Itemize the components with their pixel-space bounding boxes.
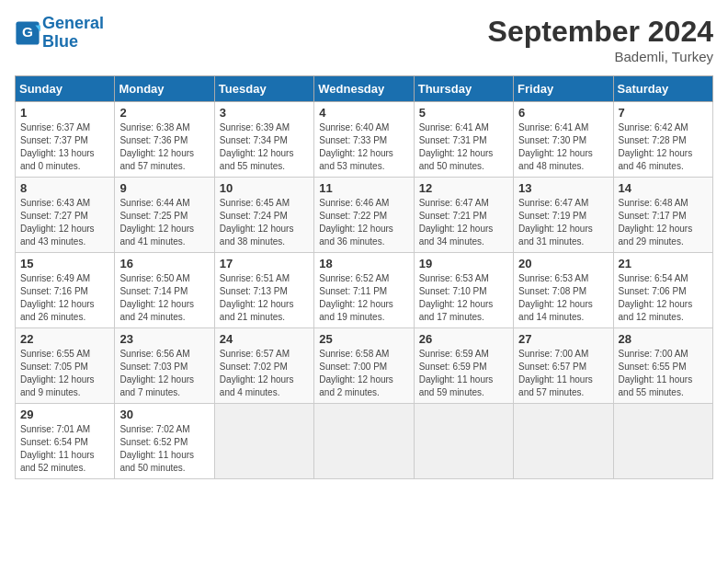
location: Bademli, Turkey (488, 49, 713, 64)
table-row: 12 Sunrise: 6:47 AM Sunset: 7:21 PM Dayl… (414, 178, 513, 253)
table-row: 26 Sunrise: 6:59 AM Sunset: 6:59 PM Dayl… (414, 328, 513, 404)
table-row: 13 Sunrise: 6:47 AM Sunset: 7:19 PM Dayl… (514, 178, 613, 253)
calendar-table: Sunday Monday Tuesday Wednesday Thursday… (15, 75, 713, 479)
table-row: 1 Sunrise: 6:37 AM Sunset: 7:37 PM Dayli… (16, 102, 115, 178)
col-thursday: Thursday (414, 76, 513, 102)
table-row: 5 Sunrise: 6:41 AM Sunset: 7:31 PM Dayli… (414, 102, 513, 178)
title-block: September 2024 Bademli, Turkey (488, 15, 713, 64)
svg-text:G: G (22, 24, 33, 40)
logo-text: General Blue (42, 15, 104, 52)
table-row: 30 Sunrise: 7:02 AM Sunset: 6:52 PM Dayl… (115, 404, 214, 479)
table-row: 8 Sunrise: 6:43 AM Sunset: 7:27 PM Dayli… (16, 178, 115, 253)
month-title: September 2024 (488, 15, 713, 49)
table-row: 23 Sunrise: 6:56 AM Sunset: 7:03 PM Dayl… (115, 328, 214, 404)
table-row: 25 Sunrise: 6:58 AM Sunset: 7:00 PM Dayl… (314, 328, 414, 404)
col-wednesday: Wednesday (314, 76, 414, 102)
table-row: 24 Sunrise: 6:57 AM Sunset: 7:02 PM Dayl… (214, 328, 313, 404)
table-row: 19 Sunrise: 6:53 AM Sunset: 7:10 PM Dayl… (414, 253, 513, 328)
empty-cell (514, 404, 613, 479)
table-row: 10 Sunrise: 6:45 AM Sunset: 7:24 PM Dayl… (214, 178, 313, 253)
table-row: 9 Sunrise: 6:44 AM Sunset: 7:25 PM Dayli… (115, 178, 214, 253)
col-friday: Friday (514, 76, 613, 102)
table-row: 17 Sunrise: 6:51 AM Sunset: 7:13 PM Dayl… (214, 253, 313, 328)
col-sunday: Sunday (16, 76, 115, 102)
col-tuesday: Tuesday (214, 76, 313, 102)
table-row: 6 Sunrise: 6:41 AM Sunset: 7:30 PM Dayli… (514, 102, 613, 178)
table-row: 27 Sunrise: 7:00 AM Sunset: 6:57 PM Dayl… (514, 328, 613, 404)
table-row: 7 Sunrise: 6:42 AM Sunset: 7:28 PM Dayli… (613, 102, 712, 178)
table-row: 14 Sunrise: 6:48 AM Sunset: 7:17 PM Dayl… (613, 178, 712, 253)
table-row: 15 Sunrise: 6:49 AM Sunset: 7:16 PM Dayl… (16, 253, 115, 328)
table-row: 28 Sunrise: 7:00 AM Sunset: 6:55 PM Dayl… (613, 328, 712, 404)
table-row: 2 Sunrise: 6:38 AM Sunset: 7:36 PM Dayli… (115, 102, 214, 178)
calendar-header-row: Sunday Monday Tuesday Wednesday Thursday… (16, 76, 713, 102)
page-header: G General Blue September 2024 Bademli, T… (15, 15, 713, 64)
table-row: 29 Sunrise: 7:01 AM Sunset: 6:54 PM Dayl… (16, 404, 115, 479)
col-monday: Monday (115, 76, 214, 102)
logo: G General Blue (15, 15, 104, 52)
table-row: 20 Sunrise: 6:53 AM Sunset: 7:08 PM Dayl… (514, 253, 613, 328)
logo-line2: Blue (42, 32, 78, 51)
table-row: 16 Sunrise: 6:50 AM Sunset: 7:14 PM Dayl… (115, 253, 214, 328)
table-row: 22 Sunrise: 6:55 AM Sunset: 7:05 PM Dayl… (16, 328, 115, 404)
empty-cell (613, 404, 712, 479)
table-row: 18 Sunrise: 6:52 AM Sunset: 7:11 PM Dayl… (314, 253, 414, 328)
empty-cell (314, 404, 414, 479)
col-saturday: Saturday (613, 76, 712, 102)
logo-icon: G (15, 20, 40, 46)
table-row: 4 Sunrise: 6:40 AM Sunset: 7:33 PM Dayli… (314, 102, 414, 178)
logo-line1: General (42, 14, 104, 32)
empty-cell (414, 404, 513, 479)
empty-cell (214, 404, 313, 479)
table-row: 3 Sunrise: 6:39 AM Sunset: 7:34 PM Dayli… (214, 102, 313, 178)
table-row: 11 Sunrise: 6:46 AM Sunset: 7:22 PM Dayl… (314, 178, 414, 253)
table-row: 21 Sunrise: 6:54 AM Sunset: 7:06 PM Dayl… (613, 253, 712, 328)
